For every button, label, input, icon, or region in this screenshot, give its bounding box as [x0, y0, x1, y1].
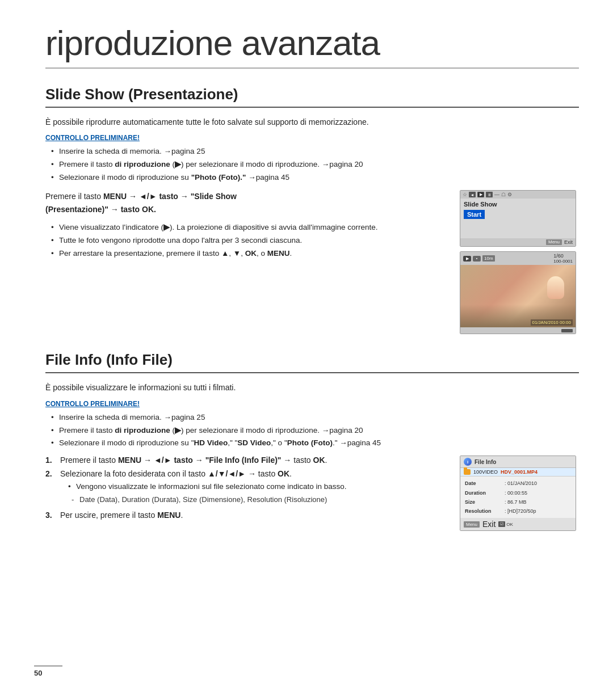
- slideshow-sub-3: Per arrestare la presentazione, premere …: [51, 247, 448, 260]
- screen1-menu-item: Start: [464, 210, 485, 219]
- step2-content: Selezionare la foto desiderata con il ta…: [60, 469, 448, 505]
- fi-duration-label: Duration: [465, 488, 505, 497]
- screen2-bottom-bar: [460, 327, 576, 334]
- ok-label: OK: [506, 522, 513, 527]
- slideshow-intro: È possibile riprodurre automaticamente t…: [45, 116, 579, 128]
- step1-text: Premere il tasto MENU → ◄/► tasto → "Fil…: [60, 456, 327, 465]
- fileinfo-ok-btn: ☑ OK: [498, 521, 513, 527]
- slideshow-sub-1: Viene visualizzato l'indicatore (▶). La …: [51, 221, 448, 234]
- screen2-folder: 100-0001: [553, 259, 573, 264]
- screen2-top-bar: ▶ ▪ 10m 1/60 100-0001: [460, 252, 576, 265]
- screen2-battery: [561, 329, 573, 332]
- slideshow-screens: ☆ ◄ ▶ ⏸ — ☖ ⚙ Slide Show Start Menu: [460, 190, 579, 334]
- fileinfo-exit-btn: Exit: [482, 520, 496, 529]
- fileinfo-step2: 2. Selezionare la foto desiderata con il…: [45, 469, 448, 505]
- slideshow-prereq-list: Inserire la scheda di memoria. →pagina 2…: [45, 145, 579, 184]
- fi-date-label: Date: [465, 479, 505, 488]
- step3-content: Per uscire, premere il tasto MENU.: [60, 511, 448, 520]
- fi-duration-value: : 00:00:55: [505, 488, 527, 497]
- fileinfo-intro: È possibile visualizzare le informazioni…: [45, 381, 579, 394]
- screen2-mode-icon: ▪: [473, 256, 481, 262]
- fi-size-row: Size : 86.7 MB: [465, 497, 571, 507]
- fileinfo-screen: i File Info 100VIDEO HDV_0001.MP4 Date :…: [460, 456, 576, 531]
- screen2-timestamp: 01/JAN/2010 00:00: [531, 319, 573, 326]
- slideshow-prereq-3: Selezionare il modo di riproduzione su "…: [51, 171, 579, 184]
- slideshow-text: Premere il tasto MENU → ◄/► tasto → "Sli…: [45, 190, 448, 334]
- fileinfo-prereq-list: Inserire la scheda di memoria. →pagina 2…: [45, 411, 579, 450]
- fileinfo-screen-footer: Menu Exit ☑ OK: [460, 518, 576, 530]
- fi-size-value: : 86.7 MB: [505, 497, 527, 507]
- fi-date-row: Date : 01/JAN/2010: [465, 479, 571, 488]
- slideshow-heading: Slide Show (Presentazione): [45, 86, 579, 108]
- fileinfo-screen-title: File Info: [475, 459, 496, 465]
- fileinfo-step3: 3. Per uscire, premere il tasto MENU.: [45, 511, 448, 520]
- fileinfo-screen-icon: i: [464, 458, 472, 466]
- fileinfo-prereq-3: Selezionare il modo di riproduzione su "…: [51, 437, 579, 450]
- page-number: 50: [34, 665, 62, 677]
- step2-sub-1: Vengono visualizzate le informazioni sul…: [68, 480, 448, 493]
- fi-resolution-row: Resolution : [HD]720/50p: [465, 507, 571, 516]
- slideshow-content: Premere il tasto MENU → ◄/► tasto → "Sli…: [45, 190, 579, 334]
- fileinfo-content: 1. Premere il tasto MENU → ◄/► tasto → "…: [45, 456, 579, 531]
- step2-sub-sub-list: Date (Data), Duration (Durata), Size (Di…: [60, 494, 448, 506]
- fileinfo-table: Date : 01/JAN/2010 Duration : 00:00:55 S…: [460, 476, 576, 518]
- fileinfo-steps: 1. Premere il tasto MENU → ◄/► tasto → "…: [45, 456, 448, 531]
- photo-person: [547, 276, 564, 299]
- slideshow-sub-list: Viene visualizzato l'indicatore (▶). La …: [45, 221, 448, 260]
- fi-size-label: Size: [465, 497, 505, 507]
- screen1-menu-btn: Menu: [546, 239, 562, 245]
- fileinfo-step1: 1. Premere il tasto MENU → ◄/► tasto → "…: [45, 456, 448, 465]
- fileinfo-section: File Info (Info File) È possibile visual…: [45, 351, 579, 531]
- fileinfo-prereq-2: Premere il tasto di riproduzione (▶) per…: [51, 424, 579, 437]
- fi-duration-row: Duration : 00:00:55: [465, 488, 571, 497]
- screen1-top-bar: ☆ ◄ ▶ ⏸ — ☖ ⚙: [460, 191, 576, 199]
- screen2-left-icons: ▶ ▪ 10m: [463, 255, 495, 262]
- fileinfo-check-label: CONTROLLO PRELIMINARE!: [45, 400, 579, 408]
- screen1-menu: Slide Show Start: [460, 199, 576, 238]
- fileinfo-file-row: 100VIDEO HDV_0001.MP4: [460, 468, 576, 476]
- step3-text: Per uscire, premere il tasto MENU.: [60, 511, 183, 520]
- slideshow-prereq-1: Inserire la scheda di memoria. →pagina 2…: [51, 145, 579, 158]
- step3-number: 3.: [45, 511, 57, 520]
- slideshow-check-label: CONTROLLO PRELIMINARE!: [45, 134, 579, 142]
- screen2-frame-count: 1/60 100-0001: [553, 253, 573, 264]
- screen1-bottom-bar: Menu Exit: [460, 238, 576, 246]
- fileinfo-screen-header: i File Info: [460, 456, 576, 468]
- fi-resolution-value: : [HD]720/50p: [505, 507, 536, 516]
- slideshow-instruction: Premere il tasto MENU → ◄/► tasto → "Sli…: [45, 190, 448, 216]
- screen2-photo: 01/JAN/2010 00:00: [460, 265, 576, 327]
- step2-number: 2.: [45, 469, 57, 478]
- screen1-menu-title: Slide Show: [464, 201, 572, 208]
- screen1-icon-play: ▶: [477, 192, 484, 197]
- fi-date-value: : 01/JAN/2010: [505, 479, 537, 488]
- fileinfo-folder: 100VIDEO: [473, 469, 498, 475]
- fileinfo-filename: HDV_0001.MP4: [501, 469, 538, 475]
- fi-resolution-label: Resolution: [465, 507, 505, 516]
- slideshow-screen-1: ☆ ◄ ▶ ⏸ — ☖ ⚙ Slide Show Start Menu: [460, 190, 576, 247]
- ok-icon: ☑: [498, 521, 505, 527]
- screen1-exit-btn: Exit: [564, 239, 573, 245]
- slideshow-section: Slide Show (Presentazione) È possibile r…: [45, 86, 579, 334]
- screen1-icon-pause: ⏸: [486, 192, 493, 197]
- step1-number: 1.: [45, 456, 57, 465]
- slideshow-prereq-2: Premere il tasto di riproduzione (▶) per…: [51, 158, 579, 171]
- screen1-icons: ☆ ◄ ▶ ⏸ — ☖ ⚙: [463, 192, 512, 197]
- step2-text: Selezionare la foto desiderata con il ta…: [60, 469, 292, 478]
- fileinfo-heading: File Info (Info File): [45, 351, 579, 373]
- fileinfo-prereq-1: Inserire la scheda di memoria. →pagina 2…: [51, 411, 579, 424]
- screen2-megapixel: 10m: [482, 255, 495, 262]
- fileinfo-menu-btn: Menu: [464, 521, 480, 528]
- fileinfo-screen-container: i File Info 100VIDEO HDV_0001.MP4 Date :…: [460, 456, 579, 531]
- step1-content: Premere il tasto MENU → ◄/► tasto → "Fil…: [60, 456, 448, 465]
- folder-icon: [464, 469, 471, 475]
- step2-sub-list: Vengono visualizzate le informazioni sul…: [60, 480, 448, 493]
- screen1-icon-left: ◄: [469, 192, 476, 197]
- screen2-play-icon: ▶: [463, 256, 471, 262]
- step2-sub-sub-1: Date (Data), Duration (Durata), Size (Di…: [72, 494, 448, 506]
- page-title: riproduzione avanzata: [45, 23, 579, 69]
- slideshow-screen-2: ▶ ▪ 10m 1/60 100-0001 01/JAN/2010 00:00: [460, 251, 576, 334]
- slideshow-sub-2: Tutte le foto vengono riprodotte una dop…: [51, 234, 448, 247]
